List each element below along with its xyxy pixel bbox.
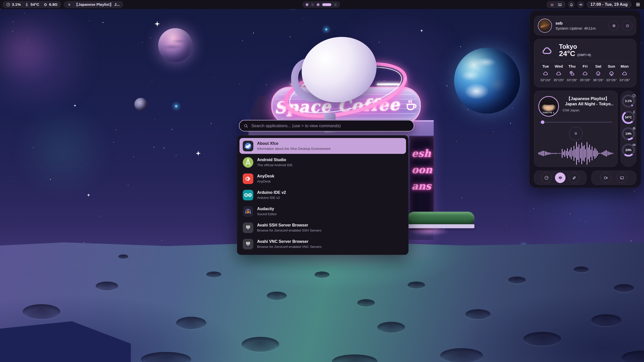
panel-button[interactable] xyxy=(541,172,552,183)
avatar[interactable] xyxy=(538,19,552,33)
workspace-dot[interactable] xyxy=(311,3,314,6)
star xyxy=(456,141,457,142)
visualizer-bar xyxy=(596,149,596,158)
forecast-day-label: Sat xyxy=(595,64,601,69)
launcher-item[interactable]: AnyDesk AnyDesk xyxy=(239,171,406,187)
now-playing-pill[interactable]: 【Japanese Playlist】 J... xyxy=(64,1,123,8)
earth-planet xyxy=(454,48,520,114)
weather-timezone: (GMT+9) xyxy=(577,53,591,57)
settings-button[interactable] xyxy=(609,21,619,31)
crater xyxy=(118,254,128,259)
visualizer-bar xyxy=(587,142,587,165)
launcher-item[interactable]: Android Studio The official Android IDE xyxy=(239,154,406,170)
visualizer-bar xyxy=(558,153,558,154)
forecast-day-label: Fri xyxy=(583,64,588,69)
launcher-item[interactable]: Avahi VNC Server Browser Browse for Zero… xyxy=(239,236,406,252)
leaf-icon xyxy=(572,175,577,180)
star xyxy=(211,123,212,124)
star xyxy=(150,37,151,38)
star xyxy=(154,119,155,120)
star xyxy=(214,77,214,77)
pause-button[interactable] xyxy=(569,127,583,140)
forecast-temps: 33°/24° xyxy=(540,78,551,82)
search-bar[interactable] xyxy=(239,120,414,131)
visualizer-bar xyxy=(590,150,591,157)
app-description: Information about the Xfce Desktop Envir… xyxy=(257,147,330,151)
workspace-dot[interactable] xyxy=(322,3,331,6)
star xyxy=(38,65,39,66)
shop-hedge xyxy=(408,212,474,225)
progress-bar[interactable] xyxy=(539,122,612,123)
launcher-item[interactable]: Avahi SSH Server Browser Browse for Zero… xyxy=(239,220,406,236)
star xyxy=(13,21,13,22)
screen-icon xyxy=(620,175,624,180)
side-panel: seb System Uptime: 4h11m Tokyo 24°C (GMT… xyxy=(529,10,641,188)
visualizer-bar xyxy=(571,147,572,159)
visualizer-bar xyxy=(564,150,565,157)
workspace-dot[interactable] xyxy=(306,3,308,6)
forecast-day: Thu 33°/26° xyxy=(566,64,578,82)
system-uptime: System Uptime: 4h11m xyxy=(555,26,605,31)
star xyxy=(631,241,631,241)
search-input[interactable] xyxy=(251,123,410,128)
panel-button[interactable] xyxy=(617,172,627,183)
workspace-dot[interactable] xyxy=(317,3,319,6)
clock[interactable]: 17:09 - Tue, 19 Aug xyxy=(586,1,632,8)
crater xyxy=(508,277,526,284)
launcher-item[interactable]: Arduino IDE v2 Arduino IDE v2 xyxy=(239,187,406,203)
progress-knob[interactable] xyxy=(541,120,544,124)
panel-button[interactable] xyxy=(600,172,611,183)
visualizer-bar xyxy=(553,153,553,154)
visualizer-bar xyxy=(574,146,574,161)
visualizer-bar xyxy=(570,150,570,157)
system-stats-pill[interactable]: 3.1% 54°C 6.8G xyxy=(3,1,61,8)
app-name: About Xfce xyxy=(257,141,330,146)
workspace-dot[interactable] xyxy=(334,3,337,6)
purple-planet xyxy=(158,28,192,62)
star xyxy=(162,240,162,241)
system-gauge: 14% xyxy=(622,127,635,140)
power-button[interactable] xyxy=(622,21,632,31)
crater xyxy=(96,282,118,291)
star xyxy=(11,176,11,177)
weather-card: Tokyo 24°C (GMT+9) Tue 33°/24° Wed 35°/2… xyxy=(534,39,636,87)
star xyxy=(239,84,240,84)
shop-roof-steps xyxy=(251,95,274,121)
stat-chip: 6.8G xyxy=(43,2,58,7)
star xyxy=(27,38,28,39)
star xyxy=(128,185,128,185)
star xyxy=(3,37,3,37)
panel-button[interactable] xyxy=(555,172,566,183)
star xyxy=(172,129,172,130)
star xyxy=(24,13,25,13)
stat-value: 3.1% xyxy=(12,2,21,7)
screenshot-tray-icon[interactable] xyxy=(558,3,562,7)
workspace-indicator[interactable] xyxy=(302,1,340,8)
visualizer-bar xyxy=(583,146,583,161)
album-art[interactable]: TOKYO L xyxy=(538,96,559,117)
app-grid-icon[interactable] xyxy=(635,2,640,7)
volume-button[interactable] xyxy=(577,1,584,8)
panel-button[interactable] xyxy=(569,172,579,183)
crater xyxy=(574,266,589,273)
launcher-item[interactable]: About Xfce Information about the Xfce De… xyxy=(239,138,406,154)
visualizer-bar xyxy=(572,150,573,156)
sparkle-star xyxy=(154,21,160,27)
visualizer-bar xyxy=(540,152,540,155)
star xyxy=(634,191,635,192)
visualizer-bar xyxy=(609,152,610,155)
cat-tray-icon[interactable] xyxy=(550,3,554,7)
visualizer-bar xyxy=(542,151,543,156)
power-mode-pill xyxy=(534,171,586,185)
forecast-day-label: Thu xyxy=(568,64,575,69)
user-card: seb System Uptime: 4h11m xyxy=(534,16,636,35)
crater xyxy=(176,317,206,329)
notifications-button[interactable] xyxy=(568,1,575,8)
app-network xyxy=(243,239,254,250)
cloud-icon xyxy=(621,70,628,77)
star xyxy=(133,157,134,157)
star xyxy=(180,154,180,155)
star xyxy=(10,90,11,90)
forecast-day: Sat 36°/26° xyxy=(592,64,605,82)
launcher-item[interactable]: Audacity Sound Editor xyxy=(239,203,406,219)
